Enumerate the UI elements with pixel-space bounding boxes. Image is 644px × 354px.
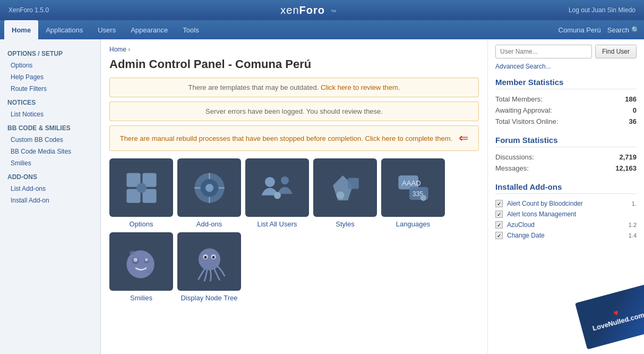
icon-box-addons — [177, 158, 241, 217]
stat-messages-value: 12,163 — [615, 164, 637, 172]
sidebar-link-route-filters[interactable]: Route Filters — [0, 83, 100, 95]
sidebar-link-bb-code-media-sites[interactable]: BB Code Media Sites — [0, 146, 100, 157]
stat-awaiting-label: Awaiting Approval: — [495, 106, 552, 114]
users-icon — [257, 168, 297, 208]
breadcrumb-home[interactable]: Home — [109, 46, 126, 53]
icon-label-styles: Styles — [336, 220, 354, 228]
addon-checkbox-change-date: ✓ — [495, 232, 503, 239]
sidebar-link-smilies[interactable]: Smilies — [0, 157, 100, 169]
icon-box-users — [245, 158, 309, 217]
sidebar-link-install-addon[interactable]: Install Add-on — [0, 195, 100, 206]
svg-point-4 — [136, 183, 147, 193]
arrow-right-icon: ⇐ — [459, 131, 468, 145]
sidebar-link-custom-bb-codes[interactable]: Custom BB Codes — [0, 134, 100, 146]
stat-visitors-value: 36 — [629, 117, 637, 125]
icon-label-addons: Add-ons — [196, 220, 222, 228]
find-user-button[interactable]: Find User — [595, 45, 637, 58]
logout-text[interactable]: Log out Juan Sin Miedo — [569, 6, 636, 14]
notice-manual-rebuild-row: There are manual rebuild processes that … — [118, 131, 470, 145]
svg-point-29 — [146, 270, 151, 273]
nav-item-tools[interactable]: Tools — [175, 20, 206, 39]
topbar: XenForo 1.5.0 xenForo ™ Log out Juan Sin… — [0, 0, 644, 20]
notice-outdated-link[interactable]: Click here to review them. — [321, 83, 400, 91]
icon-box-smilies — [109, 232, 173, 291]
nav-item-appearance[interactable]: Appearance — [123, 20, 175, 39]
nav-item-home[interactable]: Home — [4, 20, 38, 39]
svg-point-17 — [336, 191, 344, 199]
addon-version-azucloud: 1.2 — [629, 222, 637, 228]
icon-card-users[interactable]: List All Users — [245, 158, 309, 228]
nodetree-icon — [190, 242, 229, 282]
page-title: Admin Control Panel - Comuna Perú — [109, 57, 479, 71]
sidebar-link-list-notices[interactable]: List Notices — [0, 108, 100, 120]
addon-checkbox-alert-count: ✓ — [495, 200, 503, 207]
notice-outdated-templates-text: There are templates that may be outdated… — [188, 83, 400, 91]
addon-version-change-date: 1.4 — [629, 232, 637, 239]
advanced-search-link[interactable]: Advanced Search... — [495, 63, 637, 70]
svg-point-34 — [212, 256, 214, 258]
svg-point-27 — [145, 258, 148, 261]
find-user-form: Find User — [495, 45, 637, 58]
icon-card-addons[interactable]: Add-ons — [177, 158, 241, 228]
addon-name-alert-icons[interactable]: Alert Icons Management — [507, 210, 632, 218]
icon-label-languages: Languages — [396, 220, 430, 228]
community-name[interactable]: Comuna Perú — [559, 26, 601, 34]
addon-row-alert-icons: ✓ Alert Icons Management — [495, 209, 637, 220]
stat-awaiting-value: 0 — [633, 106, 637, 114]
search-label: Search — [607, 26, 629, 34]
icon-box-languages: AAAD 335 — [381, 158, 445, 217]
addon-name-azucloud[interactable]: AzuCloud — [507, 221, 624, 229]
icon-label-nodetree: Display Node Tree — [181, 294, 238, 302]
icon-card-nodetree[interactable]: Display Node Tree — [177, 232, 241, 302]
search-icon: 🔍 — [631, 26, 640, 34]
notice-outdated-templates[interactable]: There are templates that may be outdated… — [109, 78, 479, 97]
svg-point-28 — [130, 250, 135, 255]
icon-label-users: List All Users — [257, 220, 297, 228]
notice-server-errors-text: Server errors have been logged. You shou… — [205, 107, 383, 115]
sidebar-section-title-options: Options / Setup — [0, 46, 100, 60]
icon-card-languages[interactable]: AAAD 335 Languages — [381, 158, 445, 228]
user-name-input[interactable] — [495, 45, 592, 58]
sidebar-section-options-setup: Options / Setup Options Help Pages Route… — [0, 46, 100, 95]
stat-discussions: Discussions: 2,719 — [495, 151, 637, 163]
sidebar-link-help-pages[interactable]: Help Pages — [0, 71, 100, 83]
member-statistics: Member Statistics Total Members: 186 Awa… — [495, 78, 637, 127]
notice-manual-rebuild-text: There are manual rebuild processes that … — [120, 134, 453, 142]
icon-card-smilies[interactable]: Smilies — [109, 232, 173, 302]
nav-item-applications[interactable]: Applications — [38, 20, 90, 39]
icon-card-options[interactable]: Options — [109, 158, 173, 228]
icon-card-styles[interactable]: Styles — [313, 158, 377, 228]
stat-messages: Messages: 12,163 — [495, 163, 637, 174]
addon-checkbox-alert-icons: ✓ — [495, 210, 503, 218]
addons-icon — [190, 168, 229, 208]
notice-manual-rebuild[interactable]: There are manual rebuild processes that … — [109, 125, 479, 151]
addon-name-change-date[interactable]: Change Date — [507, 232, 624, 239]
sidebar-link-options[interactable]: Options — [0, 60, 100, 71]
svg-point-26 — [133, 258, 138, 262]
stat-total-visitors: Total Visitors Online: 36 — [495, 116, 637, 127]
installed-addons-title: Installed Add-ons — [495, 182, 637, 194]
addon-row-change-date: ✓ Change Date 1.4 — [495, 230, 637, 241]
app-version: XenForo 1.5.0 — [8, 6, 49, 14]
svg-point-12 — [265, 176, 275, 187]
addon-name-alert-count[interactable]: Alert Count by Bloodcinder — [507, 200, 628, 207]
stat-awaiting-approval: Awaiting Approval: 0 — [495, 105, 637, 116]
svg-point-23 — [126, 250, 154, 278]
svg-rect-16 — [348, 178, 359, 189]
sidebar-section-notices: Notices List Notices — [0, 95, 100, 120]
addon-row-alert-count: ✓ Alert Count by Bloodcinder 1. — [495, 198, 637, 209]
styles-icon — [325, 168, 365, 208]
icon-label-smilies: Smilies — [130, 294, 152, 302]
member-stats-title: Member Statistics — [495, 78, 637, 89]
sidebar-link-list-addons[interactable]: List Add-ons — [0, 183, 100, 195]
nav-right: Comuna Perú Search 🔍 — [559, 20, 640, 39]
icon-box-nodetree — [177, 232, 241, 291]
nav-item-users[interactable]: Users — [90, 20, 123, 39]
search-box[interactable]: Search 🔍 — [607, 26, 640, 34]
sidebar-section-title-bbcode: BB Code & Smilies — [0, 120, 100, 134]
notice-manual-rebuild-link[interactable]: There are manual rebuild processes that … — [120, 134, 453, 142]
breadcrumb-separator: › — [128, 46, 130, 53]
sidebar-section-title-addons: Add-ons — [0, 169, 100, 183]
notice-server-errors[interactable]: Server errors have been logged. You shou… — [109, 102, 479, 121]
languages-icon: AAAD 335 — [393, 168, 433, 208]
